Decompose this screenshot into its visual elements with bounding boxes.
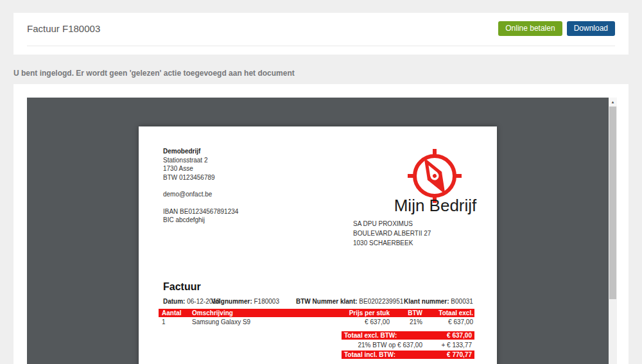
vat-row: 21% BTW op € 637,00 + € 133,77 bbox=[342, 341, 474, 349]
header-buttons: Online betalen Download bbox=[498, 21, 615, 36]
total-excl-value: € 637,00 bbox=[447, 331, 472, 340]
header-card: Factuur F180003 Online betalen Download bbox=[13, 13, 629, 55]
cell-prijs-per-stuk: € 637,00 bbox=[288, 317, 390, 327]
cell-btw: 21% bbox=[390, 317, 422, 327]
vat-value: + € 133,77 bbox=[422, 341, 472, 349]
vat-label: 21% BTW op € 637,00 bbox=[342, 341, 422, 349]
viewer-scrollbar[interactable]: ▲ bbox=[609, 98, 617, 364]
table-row: 1 Samsung Galaxy S9 € 637,00 21% € 637,0… bbox=[159, 317, 474, 327]
pdf-viewer-canvas: Demobedrijf Stationsstraat 2 1730 Asse B… bbox=[27, 98, 609, 364]
page-title: Factuur F180003 bbox=[27, 21, 100, 36]
sender-iban: IBAN BE01234567891234 bbox=[163, 207, 238, 216]
header-divider bbox=[27, 46, 615, 46]
meta-btw-nummer-klant: BTW Nummer klant: BE0202239951 bbox=[296, 298, 403, 305]
brand-name: Mijn Bedrijf bbox=[365, 196, 506, 216]
col-omschrijving: Omschrijving bbox=[192, 309, 288, 317]
invoice-items-table: Aantal Omschrijving Prijs per stuk BTW T… bbox=[159, 309, 474, 327]
col-prijs-per-stuk: Prijs per stuk bbox=[288, 309, 390, 317]
customer-line: BOULEVARD ALBERTII 27 bbox=[353, 229, 431, 238]
invoice-meta-row: Datum: 06-12-2018 Volgnummer: F180003 BT… bbox=[163, 298, 476, 306]
sender-bic: BIC abcdefghij bbox=[163, 216, 238, 225]
pdf-viewer: Demobedrijf Stationsstraat 2 1730 Asse B… bbox=[27, 98, 617, 364]
total-excl-label: Totaal excl. BTW: bbox=[344, 331, 397, 340]
customer-line: 1030 SCHAERBEEK bbox=[353, 238, 431, 248]
col-aantal: Aantal bbox=[159, 309, 192, 317]
scrollbar-thumb[interactable] bbox=[609, 107, 616, 299]
total-incl-label: Totaal incl. BTW: bbox=[344, 351, 395, 359]
total-incl-value: € 770,77 bbox=[447, 351, 472, 359]
col-btw: BTW bbox=[390, 309, 422, 317]
sender-address-line: Stationsstraat 2 bbox=[163, 156, 238, 165]
cell-omschrijving: Samsung Galaxy S9 bbox=[192, 317, 288, 327]
sender-email: demo@onfact.be bbox=[163, 190, 238, 199]
invoice-totals: Totaal excl. BTW: € 637,00 21% BTW op € … bbox=[342, 331, 474, 360]
col-totaal-excl-btw: Totaal excl. BTW bbox=[422, 309, 473, 317]
download-button[interactable]: Download bbox=[567, 21, 615, 36]
cell-aantal: 1 bbox=[159, 317, 192, 327]
customer-address-block: SA DPU PROXIMUS BOULEVARD ALBERTII 27 10… bbox=[353, 219, 431, 248]
items-table-header: Aantal Omschrijving Prijs per stuk BTW T… bbox=[159, 309, 474, 317]
invoice-page: Demobedrijf Stationsstraat 2 1730 Asse B… bbox=[139, 126, 497, 364]
scroll-up-icon[interactable]: ▲ bbox=[609, 98, 617, 106]
sender-address-line: 1730 Asse bbox=[163, 164, 238, 173]
total-excl-btw-bar: Totaal excl. BTW: € 637,00 bbox=[342, 331, 474, 340]
invoice-title: Factuur bbox=[163, 281, 201, 293]
document-card: Demobedrijf Stationsstraat 2 1730 Asse B… bbox=[13, 84, 629, 364]
online-pay-button[interactable]: Online betalen bbox=[498, 21, 562, 36]
status-message: U bent ingelogd. Er wordt geen 'gelezen'… bbox=[13, 69, 295, 78]
meta-volgnummer: Volgnummer: F180003 bbox=[211, 298, 279, 305]
meta-klant-nummer: Klant nummer: B00031 bbox=[404, 298, 473, 305]
total-incl-btw-bar: Totaal incl. BTW: € 770,77 bbox=[342, 351, 474, 359]
cell-totaal-excl-btw: € 637,00 bbox=[422, 317, 473, 327]
sender-name: Demobedrijf bbox=[163, 147, 238, 156]
sender-address-block: Demobedrijf Stationsstraat 2 1730 Asse B… bbox=[163, 147, 238, 225]
customer-line: SA DPU PROXIMUS bbox=[353, 219, 431, 229]
sender-address-line: BTW 0123456789 bbox=[163, 173, 238, 182]
